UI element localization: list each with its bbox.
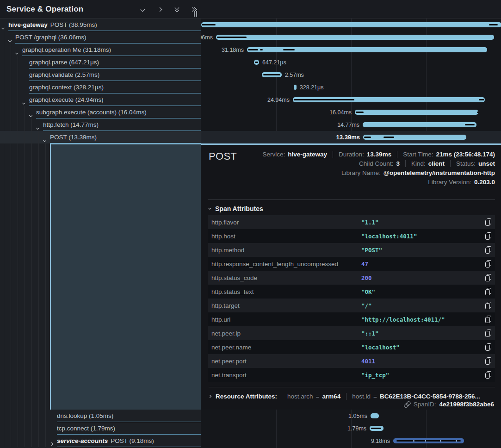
attribute-value: "http://localhost:4011/" — [361, 316, 481, 323]
copy-icon[interactable] — [481, 368, 495, 382]
copy-icon[interactable] — [481, 312, 495, 326]
child-span-dot — [456, 440, 457, 442]
chevron-down-icon[interactable] — [30, 110, 32, 118]
chevron-down-icon[interactable] — [2, 23, 4, 31]
chevron-right-icon[interactable] — [50, 439, 53, 447]
operation-name: subgraph.execute (accounts) (16.04ms) — [36, 109, 147, 116]
span-duration-label: 647.21μs — [259, 56, 286, 68]
span-attributes-toggle[interactable]: Span Attributes — [209, 205, 263, 212]
indent-guide — [31, 435, 32, 447]
span-bar-row[interactable]: 1.79ms — [201, 422, 501, 435]
attribute-key: http.host — [208, 233, 361, 240]
span-duration-bar[interactable] — [363, 135, 466, 140]
copy-icon[interactable] — [481, 354, 495, 368]
span-duration-bar[interactable] — [216, 35, 494, 40]
span-tree-row[interactable]: http.fetch (14.77ms) — [0, 118, 201, 131]
copy-icon[interactable] — [481, 340, 495, 354]
attribute-value: 200 — [361, 274, 481, 281]
span-duration-bar[interactable] — [371, 413, 379, 418]
chevron-down-icon[interactable] — [37, 123, 39, 131]
span-bar-row[interactable] — [201, 19, 501, 31]
service-name: service-accounts — [57, 437, 108, 444]
span-tree-row[interactable]: tcp.connect (1.79ms) — [0, 422, 201, 435]
attribute-value: "ip_tcp" — [361, 372, 481, 379]
child-span-marker — [260, 49, 263, 50]
indent-guide — [4, 422, 4, 435]
copy-icon[interactable] — [481, 271, 495, 285]
indent-guide — [18, 106, 18, 118]
span-tree-row[interactable]: POST (13.39ms) — [0, 131, 201, 143]
span-tree-row[interactable]: hive-gatewayPOST (38.95ms) — [0, 19, 201, 31]
span-duration-bar[interactable] — [363, 122, 476, 127]
indent-guide — [18, 435, 18, 447]
attribute-value: "POST" — [361, 247, 481, 254]
operation-name: dns.lookup (1.05ms) — [57, 412, 113, 419]
indent-guide — [18, 118, 18, 131]
child-span-marker — [383, 137, 394, 138]
span-bar-row[interactable]: 9.18ms — [201, 435, 501, 447]
span-duration-label: 31.18ms — [222, 44, 244, 56]
indent-guide — [11, 435, 11, 447]
child-span-marker — [477, 112, 478, 113]
attribute-row: net.peer.name"localhost" — [208, 340, 495, 354]
span-tree-row[interactable]: POST /graphql (36.06ms) — [0, 31, 201, 44]
span-bar-row[interactable]: 13.39ms — [201, 131, 501, 143]
double-chevron-down-icon[interactable] — [173, 6, 180, 13]
span-bar-row[interactable]: 14.77ms — [201, 118, 501, 131]
span-duration-bar[interactable] — [201, 22, 501, 27]
span-duration-label: 9.18ms — [371, 435, 390, 447]
equals-sign: = — [373, 393, 377, 400]
span-tree-row[interactable]: dns.lookup (1.05ms) — [0, 410, 201, 422]
span-tree-row[interactable]: service-accountsPOST (9.18ms) — [0, 435, 201, 447]
span-bar-row[interactable]: 36.06ms — [201, 31, 501, 44]
indent-guides — [0, 143, 50, 410]
chevron-down-icon[interactable] — [139, 6, 146, 13]
indent-guide — [11, 44, 11, 56]
span-bar-row[interactable]: 1.05ms — [201, 410, 501, 422]
chevron-down-icon[interactable] — [43, 135, 46, 143]
span-tree-row[interactable]: graphql.context (328.21μs) — [0, 81, 201, 93]
attribute-key: net.peer.name — [208, 344, 361, 351]
child-span-marker — [248, 49, 258, 50]
indent-guide — [18, 56, 18, 68]
chevron-down-icon[interactable] — [9, 35, 11, 44]
chevron-down-icon[interactable] — [16, 48, 18, 56]
indent-guide — [31, 118, 32, 131]
attribute-value: 47 — [361, 261, 481, 268]
panel-resize-handle[interactable] — [194, 11, 197, 17]
copy-icon[interactable] — [481, 257, 495, 271]
resource-attributes-row[interactable]: Resource Attributes: host.arch=arm64host… — [209, 387, 495, 400]
resource-attribute: host.id=BC62E13B-C4CC-5854-9788-256... — [346, 393, 486, 400]
span-tree-row[interactable]: graphql.validate (2.57ms) — [0, 68, 201, 81]
detail-info-item: Duration:13.39ms — [333, 151, 397, 158]
span-tree-row[interactable]: graphql.operation Me (31.18ms) — [0, 44, 201, 56]
span-bar-row[interactable]: 328.21μs — [201, 81, 501, 93]
copy-icon[interactable] — [481, 299, 495, 312]
copy-icon[interactable] — [481, 285, 495, 299]
span-tree-row[interactable]: graphql.execute (24.94ms) — [0, 93, 201, 106]
chevron-down-icon[interactable] — [23, 98, 25, 106]
span-bar-row[interactable]: 24.94ms — [201, 93, 501, 106]
chevron-right-icon[interactable] — [156, 6, 163, 13]
operation-name: POST /graphql (36.06ms) — [15, 34, 87, 41]
span-bar-row[interactable]: 2.57ms — [201, 68, 501, 81]
link-icon[interactable] — [403, 400, 411, 408]
info-label: Library Name: — [341, 169, 381, 176]
detail-info-line: Service:hive-gatewayDuration:13.39msStar… — [262, 151, 495, 158]
page-title: Service & Operation — [0, 5, 83, 14]
copy-icon[interactable] — [481, 243, 495, 257]
attribute-key: http.url — [208, 316, 361, 323]
child-span-marker — [364, 137, 371, 138]
span-bar-row[interactable]: 31.18ms — [201, 44, 501, 56]
span-tree-row[interactable]: subgraph.execute (accounts) (16.04ms) — [0, 106, 201, 118]
copy-icon[interactable] — [481, 215, 495, 229]
info-value: @opentelemetry/instrumentation-http — [383, 169, 495, 176]
indent-guide — [25, 106, 25, 118]
copy-icon[interactable] — [481, 326, 495, 340]
span-duration-bar[interactable] — [355, 110, 478, 115]
span-bar-row[interactable]: 647.21μs — [201, 56, 501, 68]
span-bar-row[interactable]: 16.04ms — [201, 106, 501, 118]
attribute-row: http.status_code200 — [208, 271, 495, 285]
copy-icon[interactable] — [481, 229, 495, 243]
span-tree-row[interactable]: graphql.parse (647.21μs) — [0, 56, 201, 68]
